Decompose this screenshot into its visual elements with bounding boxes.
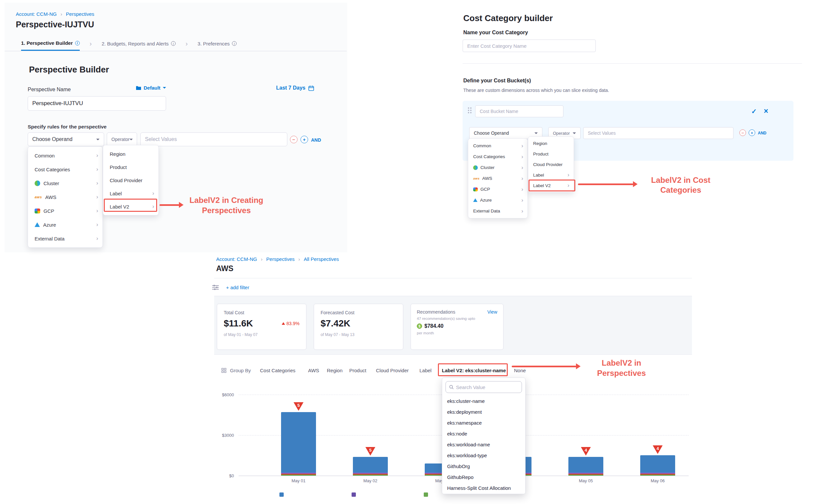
y-axis-tick: $6000 bbox=[214, 392, 234, 397]
x-axis-label: May 01 bbox=[284, 478, 313, 483]
group-by-cloud-provider[interactable]: Cloud Provider bbox=[376, 367, 408, 373]
breadcrumb-account-link[interactable]: Account: CCM-NG bbox=[216, 256, 257, 262]
chart-bar[interactable] bbox=[281, 412, 316, 476]
confirm-check-button[interactable]: ✓ bbox=[751, 108, 757, 115]
per-month-label: per month bbox=[417, 331, 497, 335]
cc-remove-rule-button[interactable]: − bbox=[739, 129, 746, 136]
value-option-githuborg[interactable]: GithubOrg bbox=[442, 461, 525, 472]
group-by-label-option[interactable]: Label bbox=[420, 367, 432, 373]
savings-coin-icon: $ bbox=[417, 324, 422, 329]
annotation-text: LabelV2 in Cost Categories bbox=[642, 175, 720, 195]
anomaly-badge[interactable]: 4 bbox=[581, 447, 591, 455]
cc-name-input[interactable]: Enter Cost Category Name bbox=[463, 39, 596, 52]
folder-selector-label: Default bbox=[144, 85, 161, 91]
chevron-right-icon: › bbox=[261, 256, 263, 262]
cc-submenu-item-region[interactable]: Region bbox=[528, 138, 574, 149]
anomaly-badge[interactable]: 5 bbox=[365, 447, 375, 455]
add-rule-button[interactable]: + bbox=[300, 136, 308, 143]
remove-rule-button[interactable]: − bbox=[290, 136, 297, 143]
cc-menu-item-aws[interactable]: awsAWS› bbox=[468, 173, 527, 184]
add-filter-button[interactable]: + add filter bbox=[226, 285, 249, 290]
menu-item-label: AWS bbox=[45, 195, 56, 200]
chart-bar[interactable] bbox=[353, 457, 388, 476]
value-option-eks-workload-name[interactable]: eks:workload-name bbox=[442, 439, 525, 450]
chevron-down-icon bbox=[130, 139, 133, 140]
menu-item-gcp[interactable]: GCP› bbox=[28, 204, 103, 218]
group-by-cost-categories[interactable]: Cost Categories bbox=[260, 367, 295, 373]
drag-handle-icon[interactable] bbox=[468, 108, 469, 109]
cc-add-rule-button[interactable]: + bbox=[749, 129, 755, 136]
value-option-eks-namespace[interactable]: eks:namespace bbox=[442, 417, 525, 428]
cost-delta-badge: 83.9% bbox=[282, 321, 299, 326]
perspective-name-input[interactable]: Perspective-IUJTVU bbox=[28, 96, 166, 111]
recommendations-subtext: 47 recommendation(s) saving upto bbox=[417, 317, 497, 321]
cc-menu-item-cluster[interactable]: Cluster› bbox=[468, 162, 527, 173]
value-option-eks-cluster-name[interactable]: eks:cluster-name bbox=[442, 396, 525, 407]
filter-icon[interactable] bbox=[212, 285, 219, 292]
anomaly-badge[interactable]: 5 bbox=[294, 402, 304, 411]
cc-submenu-item-label[interactable]: Label› bbox=[528, 170, 574, 180]
breadcrumb-all-perspectives-link[interactable]: All Perspectives bbox=[304, 256, 339, 262]
cc-select-values-input[interactable]: Select Values bbox=[583, 127, 734, 139]
perspective-title: AWS bbox=[216, 264, 233, 273]
menu-item-label: External Data bbox=[35, 236, 64, 241]
menu-item-azure[interactable]: Azure› bbox=[28, 218, 103, 232]
anomaly-badge[interactable]: 4 bbox=[653, 445, 663, 454]
operand-menu: Common› Cost Categories› Cluster› aws AW… bbox=[28, 146, 103, 248]
submenu-item-product[interactable]: Product bbox=[103, 160, 159, 174]
menu-item-label: Cloud Provider bbox=[110, 178, 142, 183]
cc-menu-item-azure[interactable]: Azure› bbox=[468, 195, 527, 206]
group-by-region[interactable]: Region bbox=[327, 367, 343, 373]
chevron-right-icon: › bbox=[567, 172, 569, 178]
cc-and-operator-button[interactable]: AND bbox=[758, 131, 767, 136]
legend-chip[interactable] bbox=[279, 493, 284, 497]
legend-chip[interactable] bbox=[424, 493, 428, 497]
cc-menu-item-cost-categories[interactable]: Cost Categories› bbox=[468, 151, 527, 162]
y-axis-tick: $3000 bbox=[214, 433, 234, 438]
menu-item-external-data[interactable]: External Data› bbox=[28, 232, 103, 245]
breadcrumb-perspectives-link[interactable]: Perspectives bbox=[266, 256, 294, 262]
group-by-product[interactable]: Product bbox=[349, 367, 366, 373]
cc-menu-item-common[interactable]: Common› bbox=[468, 140, 527, 151]
group-by-aws[interactable]: AWS bbox=[308, 367, 319, 373]
tab-perspective-builder[interactable]: 1. Perspective Builder i bbox=[21, 36, 80, 51]
value-option-eks-workload-type[interactable]: eks:workload-type bbox=[442, 450, 525, 461]
tab-budgets-reports-alerts[interactable]: 2. Budgets, Reports and Alerts i bbox=[102, 36, 175, 51]
menu-item-common[interactable]: Common› bbox=[28, 149, 103, 162]
menu-item-aws[interactable]: aws AWS› bbox=[28, 190, 103, 204]
value-option-eks-deployment[interactable]: eks:deployment bbox=[442, 407, 525, 417]
breadcrumb-perspectives-link[interactable]: Perspectives bbox=[66, 11, 94, 17]
chevron-right-icon: › bbox=[152, 190, 154, 197]
cc-submenu-item-product[interactable]: Product bbox=[528, 149, 574, 159]
chart-bar[interactable] bbox=[640, 455, 675, 476]
menu-item-cluster[interactable]: Cluster› bbox=[28, 176, 103, 190]
annotation-box-labelv2-cc-menu bbox=[528, 180, 575, 191]
view-recommendations-link[interactable]: View bbox=[487, 309, 497, 315]
and-operator-button[interactable]: AND bbox=[311, 137, 321, 143]
group-by-none[interactable]: None bbox=[514, 367, 526, 373]
folder-selector[interactable]: Default bbox=[136, 85, 166, 91]
chart-bar[interactable] bbox=[568, 457, 603, 476]
select-values-input[interactable]: Select Values bbox=[140, 132, 287, 146]
value-search-input[interactable]: Search Value bbox=[446, 381, 522, 393]
operand-select-value: Choose Operand bbox=[32, 137, 73, 142]
menu-item-cost-categories[interactable]: Cost Categories› bbox=[28, 162, 103, 176]
cc-menu-item-external-data[interactable]: External Data› bbox=[468, 206, 527, 216]
close-icon[interactable]: × bbox=[764, 107, 768, 116]
cc-submenu-item-cloud-provider[interactable]: Cloud Provider bbox=[528, 159, 574, 170]
value-option-eks-node[interactable]: eks:node bbox=[442, 428, 525, 439]
submenu-item-label[interactable]: Label› bbox=[103, 187, 159, 200]
submenu-item-cloud-provider[interactable]: Cloud Provider bbox=[103, 174, 159, 187]
time-range-selector[interactable]: Last 7 Days bbox=[276, 85, 314, 91]
breadcrumb-account-link[interactable]: Account: CCM-NG bbox=[16, 11, 57, 17]
value-option-harness-split-cost-allocation[interactable]: Harness-Split Cost Allocation bbox=[442, 482, 525, 494]
legend-chip[interactable] bbox=[351, 493, 356, 497]
cc-menu-item-gcp[interactable]: GCP› bbox=[468, 184, 527, 195]
operator-select[interactable]: Operator bbox=[107, 132, 137, 146]
submenu-item-region[interactable]: Region bbox=[103, 147, 159, 160]
cc-operator-label: Operator bbox=[553, 131, 570, 136]
value-option-githubrepo[interactable]: GithubRepo bbox=[442, 472, 525, 482]
tab-preferences[interactable]: 3. Preferences i bbox=[198, 36, 237, 51]
operand-select[interactable]: Choose Operand bbox=[28, 132, 104, 146]
cost-bucket-name-input[interactable]: Cost Bucket Name bbox=[475, 106, 564, 117]
